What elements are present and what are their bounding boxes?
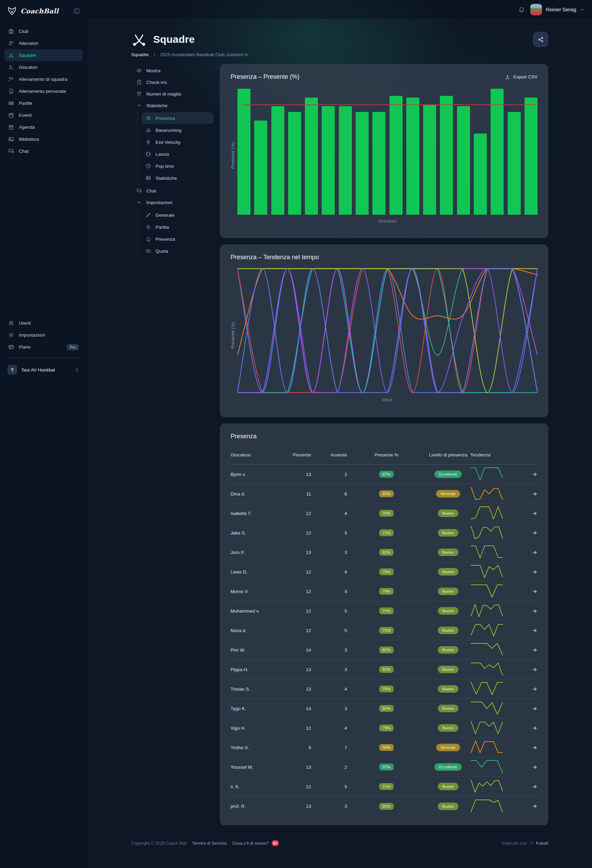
user-avatar (530, 4, 542, 15)
table-row-dina-d[interactable]: Dina d. 11 6 65% Normale (231, 484, 537, 504)
sidebar-collapse-icon[interactable] (73, 7, 80, 15)
chevron-down-icon (136, 103, 142, 108)
footer-dot: · (229, 841, 230, 846)
sidebar-item-partite[interactable]: Partite (4, 97, 83, 109)
bar-chart-header: Presenza – Presente (%) Export CSV (220, 64, 548, 80)
table-row-jake-s[interactable]: Jake S. 12 5 71% Buono (231, 523, 537, 543)
sidebar-item-chat[interactable]: Chat (4, 145, 83, 157)
kobalt-link[interactable]: Kobalt (536, 841, 548, 846)
arrow-right-icon[interactable] (532, 471, 537, 477)
subnav-item-baserunning[interactable]: Baserunning (142, 124, 213, 136)
arrow-right-icon[interactable] (532, 725, 537, 731)
subnav-item-exit-velocity[interactable]: Exit Velocity (142, 136, 213, 148)
table-row-lieke-d[interactable]: Lieke D. 12 4 75% Buono (231, 562, 537, 582)
arrow-right-icon[interactable] (532, 491, 537, 497)
subnav-item-impostazioni[interactable]: Impostazioni (131, 196, 213, 208)
brand-logo[interactable]: CoachBall (7, 6, 59, 16)
sidebar-item-giocatori[interactable]: Giocatori (4, 61, 83, 73)
subnav-item-presenza[interactable]: Presenza (142, 112, 213, 124)
bar-pippa-h (406, 97, 419, 215)
breadcrumb: Squadre 2025 Amsterdam Baseball Club Jun… (131, 52, 548, 57)
table-row-prof-r[interactable]: prof. R. 13 3 81% Buono (231, 796, 537, 816)
sidebar-item-allenamento-personale[interactable]: Allenamento personale (4, 85, 83, 97)
table-row-nova-d[interactable]: Nova d. 12 5 71% Buono (231, 621, 537, 640)
sidebar-item-biblioteca[interactable]: Biblioteca (4, 133, 83, 145)
subnav-item-partita[interactable]: Partita (142, 221, 213, 233)
percent-badge: 71% (379, 783, 393, 790)
user-menu[interactable]: Reinier Sierag (530, 4, 585, 15)
breadcrumb-root[interactable]: Squadre (131, 52, 149, 57)
share-button[interactable] (533, 32, 548, 47)
sidebar-item-utenti[interactable]: Utenti (4, 317, 83, 329)
table-row-tristan-s[interactable]: Tristan S. 13 4 76% Buono (231, 679, 537, 699)
whats-new-link[interactable]: Cosa c'è di nuovo? (232, 841, 269, 846)
table-row-bjorn-v[interactable]: Bjorn v. 13 2 87% Eccellente (231, 465, 537, 484)
assente-value: 5 (311, 530, 347, 536)
table-row-pim-w[interactable]: Pim W. 14 3 82% Buono (231, 640, 537, 660)
subnav-item-generale[interactable]: Generale (142, 209, 213, 221)
table-row-vigo-h[interactable]: Vigo H. 12 4 75% Buono (231, 718, 537, 738)
sidebar-item-piano[interactable]: Piano Pro (4, 341, 83, 353)
subnav-item-check-ins[interactable]: Check-ins (131, 76, 213, 88)
table-row-yinthe-s[interactable]: Yinthe S. 9 7 56% Normale (231, 738, 537, 757)
table-row-isabella-t[interactable]: Isabella T. 12 4 75% Buono (231, 504, 537, 523)
table-row-ir-k[interactable]: ir. K. 12 5 71% Buono (231, 777, 537, 796)
arrow-right-icon[interactable] (532, 647, 537, 653)
arrow-right-icon[interactable] (532, 706, 537, 712)
bar-dina-d (254, 121, 267, 215)
sidebar-item-agenda[interactable]: Agenda (4, 121, 83, 133)
table-row-morris-v[interactable]: Morris V. 12 4 75% Buono (231, 582, 537, 601)
subnav-item-mostra[interactable]: Mostra (131, 65, 213, 76)
trend-sparkline (471, 720, 503, 735)
table-row-pippa-h[interactable]: Pippa H. 13 3 81% Buono (231, 660, 537, 679)
sidebar-item-squadre[interactable]: Squadre (4, 49, 83, 61)
trend-sparkline (471, 701, 503, 716)
trend-sparkline (471, 779, 503, 794)
arrow-right-icon[interactable] (532, 569, 537, 575)
subnav-item-chat[interactable]: Chat (131, 185, 213, 196)
subnav-item-numeri-di-maglia[interactable]: Numeri di maglia (131, 88, 213, 100)
subnav-item-lancio[interactable]: Lancio (142, 148, 213, 160)
users-icon (8, 320, 14, 326)
attendance-table: Giocatore Presente Assente Presente % Li… (220, 450, 548, 825)
subnav-item-label: Statistiche (146, 103, 167, 108)
arrow-right-icon[interactable] (532, 549, 537, 555)
notifications-bell-icon[interactable] (518, 6, 525, 13)
table-row-youssef-m[interactable]: Youssef M. 13 2 87% Eccellente (231, 757, 537, 777)
arrow-right-icon[interactable] (532, 511, 537, 516)
gear-icon (8, 332, 14, 338)
presente-value: 11 (290, 492, 311, 496)
subnav-item-statistiche[interactable]: Statistiche (131, 100, 213, 111)
layout: Mostra Check-ins Numeri di maglia Statis… (131, 64, 548, 825)
export-csv-button[interactable]: Export CSV (505, 74, 537, 80)
subnav-item-presenza[interactable]: Presenza (142, 233, 213, 245)
arrow-right-icon[interactable] (532, 784, 537, 790)
subnav-item-statistiche[interactable]: Statistiche (142, 172, 213, 184)
subnav-item-quota[interactable]: Quota (142, 245, 213, 257)
arrow-right-icon[interactable] (532, 667, 537, 673)
player-name: Isabella T. (231, 511, 290, 516)
sidebar-item-allenatori[interactable]: Allenatori (4, 37, 83, 49)
arrow-right-icon[interactable] (532, 745, 537, 751)
table-row-muhammed-v[interactable]: Muhammed v. 12 5 71% Buono (231, 601, 537, 621)
sidebar-item-impostazioni[interactable]: Impostazioni (4, 329, 83, 341)
sidebar-item-club[interactable]: Club (4, 25, 83, 37)
arrow-right-icon[interactable] (532, 530, 537, 536)
level-badge: Buono (438, 627, 458, 634)
table-row-jorn-p[interactable]: Jorn P. 13 3 81% Buono (231, 543, 537, 562)
sidebar-item-eventi[interactable]: Eventi (4, 109, 83, 121)
sidebar-item-allenamento-di-squadra[interactable]: Allenamento di squadra (4, 73, 83, 85)
arrow-right-icon[interactable] (532, 608, 537, 614)
arrow-right-icon[interactable] (532, 589, 537, 595)
arrow-right-icon[interactable] (532, 764, 537, 770)
arrow-right-icon[interactable] (532, 627, 537, 633)
table-row-tygo-k[interactable]: Tygo K. 14 3 82% Buono (231, 699, 537, 718)
arrow-right-icon[interactable] (532, 686, 537, 692)
sidebar-item-label: Squadre (19, 53, 36, 58)
workspace-switcher[interactable]: T Test AV Honkbal (4, 363, 83, 376)
subnav-item-pop-time[interactable]: Pop time (142, 160, 213, 172)
percent-badge: 71% (379, 627, 393, 634)
terms-link[interactable]: Termini di Servizio (192, 841, 227, 846)
arrow-right-icon[interactable] (532, 803, 537, 809)
trend-sparkline (471, 506, 503, 521)
